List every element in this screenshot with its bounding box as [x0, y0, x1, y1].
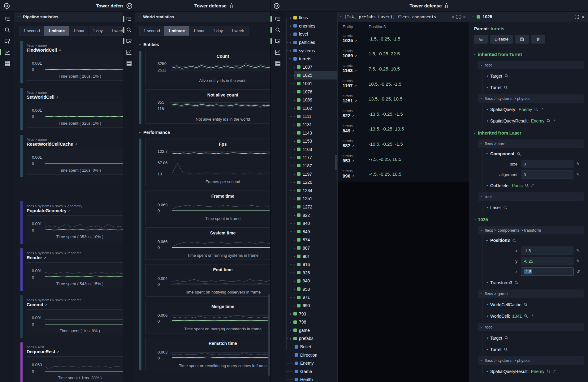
tree-item-Game[interactable]: Game — [285, 367, 337, 376]
component-value[interactable]: Enemy — [519, 107, 532, 112]
chevron-right-icon[interactable]: › — [292, 221, 296, 225]
tree-item-1153[interactable]: ›1153 — [285, 137, 337, 145]
edit-pencil-icon[interactable]: ✎ — [576, 248, 580, 253]
tree-item-822[interactable]: ›822 — [285, 211, 337, 219]
chevron-right-icon[interactable]: › — [292, 188, 296, 192]
tree-item-1076[interactable]: ›1076 — [285, 88, 337, 96]
tree-item-1177[interactable]: ›1177 — [285, 153, 337, 162]
query-result-row[interactable]: turrets1089 ↗1.5, -0.25, 22.5 — [338, 46, 469, 62]
tree-item-1251[interactable]: ›1251 — [285, 195, 337, 203]
system-name[interactable]: ResetWorldCellCache↗ — [27, 142, 123, 147]
tree-item-1197[interactable]: ›1197 — [285, 170, 337, 178]
query-result-row[interactable]: turrets1163 ↗7.5, -0.25, 10.5 — [338, 61, 469, 76]
inspect-icon[interactable] — [4, 38, 11, 45]
chevron-right-icon[interactable]: › — [292, 90, 296, 94]
chevron-right-icon[interactable]: › — [292, 139, 296, 143]
entity-id[interactable]: 822 ↗ — [343, 113, 369, 119]
query-result-row[interactable]: turrets1025 ↗-1.5, -0.25, -1.5 — [338, 31, 469, 46]
search-icon[interactable] — [503, 205, 507, 209]
chevron-right-icon[interactable]: › — [292, 271, 296, 275]
entity-id[interactable]: 1025 ↗ — [343, 38, 369, 44]
entity-id[interactable]: 1163 ↗ — [343, 68, 369, 74]
chevron-down-icon[interactable]: › — [288, 57, 292, 61]
chevron-right-icon[interactable]: › — [289, 328, 292, 332]
tab-1-week[interactable]: 1 week — [227, 26, 248, 36]
tree-item-Bullet[interactable]: Bullet — [285, 343, 337, 351]
chevron-right-icon[interactable]: › — [292, 106, 296, 110]
tree-item-1111[interactable]: ›1111 — [285, 112, 337, 121]
module-group-bar[interactable]: ›root — [478, 61, 584, 69]
edit-pencil-icon[interactable]: ✎ — [576, 172, 580, 177]
search-icon[interactable] — [524, 303, 528, 307]
chevron-right-icon[interactable]: › — [289, 49, 292, 53]
chevron-right-icon[interactable]: › — [292, 164, 296, 168]
chevron-right-icon[interactable]: › — [292, 197, 296, 201]
tree-item-prefabs[interactable]: ›prefabs — [285, 334, 337, 343]
chevron-right-icon[interactable]: › — [292, 156, 296, 160]
tree-item-systems[interactable]: ›systems — [285, 46, 337, 55]
tree-item-874[interactable]: ›874 — [285, 236, 337, 244]
tab-1-minute[interactable]: 1 minute — [164, 26, 189, 36]
tab-1-second[interactable]: 1 second — [19, 26, 44, 36]
tree-item-particles[interactable]: ›particles — [285, 38, 337, 47]
chevron-right-icon[interactable]: › — [292, 73, 296, 77]
tab-1-day[interactable]: 1 day — [209, 26, 227, 36]
chevron-right-icon[interactable]: › — [292, 304, 296, 308]
entity-tree-icon[interactable] — [126, 15, 132, 22]
query-result-row[interactable]: turrets849 ↗-13.5, -0.25, 10.5 — [338, 122, 469, 137]
chevron-right-icon[interactable]: › — [292, 147, 296, 151]
chevron-right-icon[interactable]: › — [292, 279, 296, 283]
vertical-scrollbar[interactable] — [268, 294, 270, 376]
tree-item-793[interactable]: ›793 — [285, 310, 337, 318]
system-name[interactable]: Commit↗ — [27, 302, 123, 307]
search-icon[interactable] — [512, 238, 516, 243]
search-icon[interactable] — [517, 152, 521, 156]
tree-item-1007[interactable]: ›1007 — [285, 63, 337, 71]
tab-1-week[interactable]: 1 week — [107, 26, 123, 36]
clear-query-icon[interactable]: × — [451, 15, 454, 19]
chevron-right-icon[interactable]: › — [292, 254, 296, 258]
component-expandable-Component[interactable]: ›Component — [482, 149, 584, 159]
table-rows-icon[interactable] — [4, 60, 11, 67]
component-value[interactable]: Enemy — [531, 369, 544, 374]
component-value[interactable]: Panic — [512, 183, 523, 188]
tree-item-925[interactable]: ›925 — [285, 268, 337, 277]
entity-id[interactable]: 849 ↗ — [343, 128, 369, 134]
fullscreen-icon[interactable] — [456, 15, 461, 19]
tree-item-901[interactable]: ›901 — [285, 252, 337, 260]
parent-link[interactable]: turrets — [491, 26, 504, 31]
tree-item-953[interactable]: ›953 — [285, 285, 337, 294]
pipeline-panel-header[interactable]: › Pipeline statistics — [15, 12, 123, 22]
module-group-bar[interactable]: ›root — [478, 192, 584, 201]
query-result-row[interactable]: turrets1197 ↗10.5, -0.25, -1.5 — [338, 76, 469, 92]
tab-1-hour[interactable]: 1 hour — [69, 26, 89, 36]
query-result-row[interactable]: turrets822 ↗-13.5, -0.25, -1.5 — [338, 106, 469, 122]
field-input-y[interactable]: -0.25 — [521, 257, 573, 265]
chevron-right-icon[interactable]: › — [292, 230, 296, 234]
statistics-chart-icon[interactable] — [126, 49, 132, 56]
module-group-bar[interactable]: ›flecs > game — [478, 290, 584, 298]
entity-tree-icon[interactable] — [275, 15, 281, 22]
tree-item-turrets[interactable]: ›turrets — [285, 55, 337, 63]
inherit-section-header[interactable]: ›1025 — [474, 214, 584, 225]
system-name[interactable]: SetWorldCell↗ — [27, 95, 123, 100]
tree-item-game[interactable]: ›game — [285, 326, 337, 335]
module-group-bar[interactable]: ›flecs > systems > physics — [478, 94, 584, 103]
world-stats-panel-header[interactable]: › World statistics — [135, 12, 270, 22]
chevron-right-icon[interactable]: › — [289, 32, 292, 36]
chevron-right-icon[interactable]: › — [289, 320, 292, 324]
show-hierarchy-button[interactable] — [474, 35, 488, 44]
horizontal-scrollbar[interactable] — [30, 379, 123, 382]
chevron-right-icon[interactable]: › — [292, 65, 296, 69]
tab-1-minute[interactable]: 1 minute — [44, 26, 69, 36]
tree-item-1187[interactable]: ›1187 — [285, 162, 337, 170]
chevron-right-icon[interactable]: › — [292, 295, 296, 299]
search-icon[interactable] — [504, 347, 508, 351]
tree-item-840[interactable]: ›840 — [285, 219, 337, 228]
tree-item-enemies[interactable]: ›enemies — [285, 22, 337, 30]
close-icon[interactable]: × — [582, 15, 584, 19]
search-icon[interactable] — [275, 27, 281, 33]
tree-item-Health[interactable]: Health — [285, 376, 337, 382]
search-icon[interactable] — [524, 314, 528, 318]
field-input-z[interactable]: -1.5 — [521, 268, 573, 276]
